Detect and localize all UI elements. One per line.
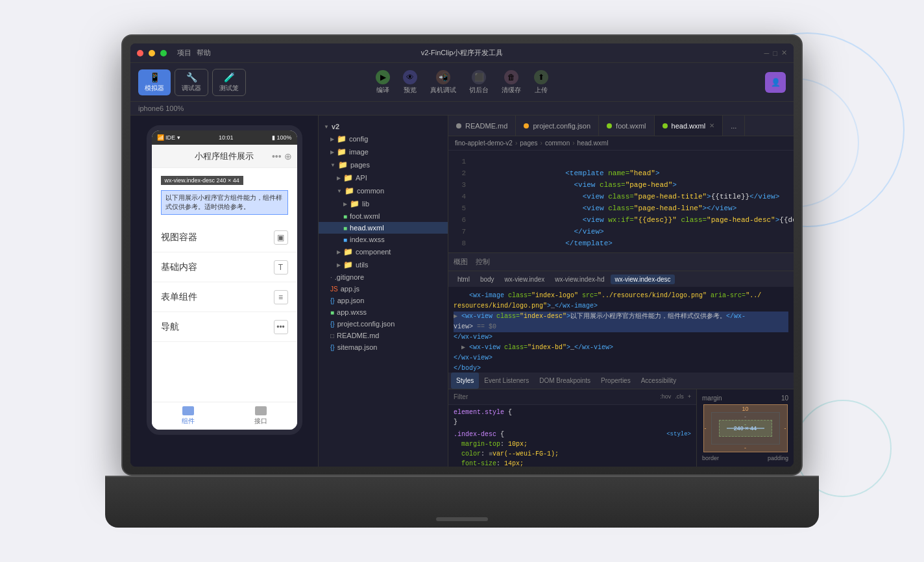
common-folder-icon: 📁: [345, 186, 354, 195]
compile-label: 编译: [376, 86, 389, 95]
fe-utils-label: utils: [356, 261, 369, 269]
style-rule-font-size: font-size: 14px;: [454, 459, 691, 467]
head-wxml-tab-close[interactable]: ✕: [709, 122, 714, 129]
file-explorer: ▼ v2 ▶ 📁 config ▶ 📁 image: [319, 116, 448, 467]
compile-action[interactable]: ▶ 编译: [376, 70, 390, 95]
titlebar-right: ─ □ ✕: [764, 49, 787, 57]
fe-index-wxss[interactable]: ■ index.wxss: [319, 234, 448, 245]
background-action[interactable]: ⬛ 切后台: [469, 70, 489, 95]
fe-app-js[interactable]: JS app.js: [319, 283, 448, 295]
panel-tab-control[interactable]: 控制: [476, 257, 490, 267]
component-chevron: ▶: [337, 249, 341, 255]
fe-foot-wxml[interactable]: ■ foot.wxml: [319, 210, 448, 222]
filter-plus[interactable]: +: [688, 393, 691, 400]
upload-action[interactable]: ⬆ 上传: [534, 70, 548, 95]
fe-gitignore[interactable]: · .gitignore: [319, 271, 448, 283]
fe-project-config[interactable]: {} project.config.json: [319, 318, 448, 330]
api-folder-icon: 📁: [343, 173, 353, 182]
fe-pages[interactable]: ▼ 📁 pages: [319, 158, 448, 171]
dom-bc-wxview-hd[interactable]: wx-view.index-hd: [551, 275, 608, 284]
dom-bc-body[interactable]: body: [476, 275, 498, 284]
menu-item-project[interactable]: 项目: [177, 48, 191, 58]
preview-action[interactable]: 👁 预览: [403, 70, 417, 95]
phone-bottom-tabs: 组件 接口: [152, 402, 297, 430]
fe-common[interactable]: ▼ 📁 common: [319, 184, 448, 197]
bm-margin-right: -: [784, 425, 786, 432]
readme-icon: □: [330, 332, 334, 339]
phone-tab-components[interactable]: 组件: [152, 402, 225, 430]
code-area[interactable]: 12345678 <template name="head"> <view cl…: [448, 151, 794, 467]
image-chevron: ▶: [330, 149, 334, 155]
phone-tab-api[interactable]: 接口: [225, 402, 297, 430]
debugger-button[interactable]: 🔧 调试器: [175, 69, 208, 96]
user-avatar[interactable]: 👤: [765, 72, 786, 93]
tab-project-config[interactable]: project.config.json: [516, 116, 599, 136]
fe-app-json[interactable]: {} app.json: [319, 295, 448, 306]
fe-sitemap-label: sitemap.json: [337, 343, 378, 351]
tab-readme[interactable]: README.md: [448, 116, 516, 136]
pages-folder-icon: 📁: [338, 160, 348, 169]
phone-menu-item-3[interactable]: 导航 •••: [152, 312, 297, 342]
fe-config[interactable]: ▶ 📁 config: [319, 132, 448, 145]
fe-head-wxml[interactable]: ■ head.wxml: [319, 222, 448, 234]
dom-bc-html[interactable]: html: [454, 275, 474, 284]
filter-row: :hov .cls +: [448, 389, 696, 405]
phone-tab-label-0: 组件: [182, 417, 195, 426]
laptop-screen: 项目 帮助 v2-FinClip小程序开发工具 ─ □ ✕ 📱 模拟器: [130, 43, 794, 467]
testcase-button[interactable]: 🧪 测试笼: [212, 69, 246, 96]
filter-cls[interactable]: .cls: [675, 393, 684, 400]
maximize-button[interactable]: [160, 50, 167, 56]
panel-tab-dom[interactable]: 概图: [454, 257, 468, 267]
styles-tab-styles[interactable]: Styles: [451, 373, 479, 389]
lib-chevron: ▶: [343, 201, 347, 207]
styles-tab-accessibility[interactable]: Accessibility: [636, 373, 681, 389]
config-folder-icon: 📁: [337, 134, 346, 143]
api-chevron: ▶: [337, 175, 341, 181]
styles-tab-properties[interactable]: Properties: [596, 373, 636, 389]
project-config-tab-icon: [524, 123, 529, 128]
tab-head-wxml[interactable]: head.wxml ✕: [655, 116, 723, 136]
fe-lib[interactable]: ▶ 📁 lib: [319, 197, 448, 210]
fe-utils[interactable]: ▶ 📁 utils: [319, 258, 448, 271]
phone-signal: 📶 IDE ▾: [157, 134, 180, 141]
config-chevron: ▶: [330, 136, 334, 142]
app-json-icon: {}: [330, 297, 335, 304]
bm-margin-bottom: -: [744, 445, 746, 451]
styles-tab-event-listeners[interactable]: Event Listeners: [479, 373, 534, 389]
fe-root: ▼ v2: [319, 121, 448, 132]
fe-sitemap[interactable]: {} sitemap.json: [319, 341, 448, 353]
readme-tab-icon: [456, 123, 461, 128]
phone-menu-item-0[interactable]: 视图容器 ▣: [152, 223, 297, 252]
fe-api[interactable]: ▶ 📁 API: [319, 171, 448, 184]
fe-readme[interactable]: □ README.md: [319, 330, 448, 341]
filter-input[interactable]: [454, 393, 656, 400]
phone-menu-item-1[interactable]: 基础内容 T: [152, 252, 297, 282]
phone-menu-dots[interactable]: ••• ⊕: [272, 151, 292, 162]
head-wxml-tab-icon: [663, 123, 668, 128]
utils-folder-icon: 📁: [343, 260, 353, 269]
phone-menu-item-2[interactable]: 表单组件 ≡: [152, 282, 297, 312]
border-label: border: [702, 455, 719, 461]
debugger-label: 调试器: [182, 84, 201, 93]
fe-image[interactable]: ▶ 📁 image: [319, 145, 448, 158]
dom-bc-wxview-index[interactable]: wx-view.index: [501, 275, 549, 284]
styles-tab-dom-breakpoints[interactable]: DOM Breakpoints: [534, 373, 596, 389]
styles-left: :hov .cls + element.style { }: [448, 389, 696, 467]
dom-line-5: ▶ <wx-view class="index-bd">_</wx-view>: [454, 343, 788, 353]
tab-foot-wxml[interactable]: foot.wxml: [599, 116, 654, 136]
laptop-body: 项目 帮助 v2-FinClip小程序开发工具 ─ □ ✕ 📱 模拟器: [121, 34, 803, 476]
phone-menu-label-2: 表单组件: [161, 291, 197, 303]
device-debug-action[interactable]: 📲 真机调试: [430, 70, 456, 95]
close-button[interactable]: [137, 50, 143, 56]
simulator-button[interactable]: 📱 模拟器: [138, 69, 171, 95]
tab-more[interactable]: ...: [723, 116, 745, 136]
filter-hov[interactable]: :hov: [660, 393, 671, 400]
style-rule-element-close: }: [454, 417, 691, 427]
minimize-button[interactable]: [149, 50, 155, 56]
fe-app-wxss[interactable]: ■ app.wxss: [319, 306, 448, 318]
clear-cache-action[interactable]: 🗑 清缓存: [502, 70, 521, 95]
dom-bc-wxview-desc[interactable]: wx-view.index-desc: [611, 275, 674, 284]
fe-component[interactable]: ▶ 📁 component: [319, 245, 448, 258]
image-folder-icon: 📁: [337, 147, 346, 156]
menu-item-help[interactable]: 帮助: [197, 48, 211, 58]
